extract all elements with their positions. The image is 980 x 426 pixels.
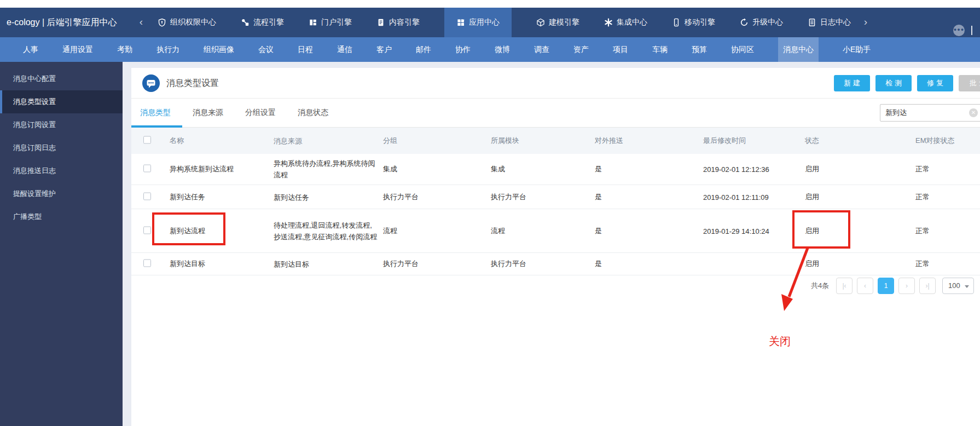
top-nav-item-integration-center[interactable]: 集成中心 — [604, 8, 647, 37]
more-ellipsis-icon[interactable]: ●●● — [953, 25, 965, 36]
table-row: 新到达流程 待处理流程,退回流程,转发流程,抄送流程,意见征询流程,传阅流程 流… — [131, 209, 980, 253]
row-checkbox[interactable] — [143, 260, 151, 267]
module-nav-item-communication[interactable]: 通信 — [337, 37, 352, 62]
cell-source: 异构系统待办流程,异构系统待阅流程 — [274, 158, 379, 181]
row-checkbox[interactable] — [143, 192, 151, 200]
module-nav-item-collaboration[interactable]: 协作 — [455, 37, 471, 62]
cell-module: 流程 — [491, 226, 505, 236]
sidebar-item-message-subscription-log[interactable]: 消息订阅日志 — [0, 136, 123, 159]
search-box: ✕ — [880, 104, 980, 122]
app-grid-icon — [456, 18, 465, 27]
pagination: 共4条 |‹ ‹ 1 › ›| 100 — [131, 278, 980, 294]
module-nav-item-schedule[interactable]: 日程 — [298, 37, 313, 62]
module-nav-item-xiaoe-assistant[interactable]: 小E助手 — [843, 37, 871, 62]
top-nav-item-content-engine[interactable]: 内容引擎 — [376, 8, 420, 37]
search-input[interactable] — [880, 104, 980, 122]
pagination-page-1-button[interactable]: 1 — [878, 278, 894, 294]
tab-message-type[interactable]: 消息类型 — [140, 108, 171, 118]
cell-em-status: 正常 — [915, 259, 930, 269]
repair-button[interactable]: 修复 — [917, 75, 953, 91]
cell-status: 启用 — [805, 192, 819, 202]
pagination-first-button[interactable]: |‹ — [836, 278, 853, 294]
sidebar-item-broadcast-type[interactable]: 广播类型 — [0, 205, 123, 228]
module-nav-item-weibo[interactable]: 微博 — [495, 37, 510, 62]
module-nav-item-execution[interactable]: 执行力 — [156, 37, 179, 62]
cell-source: 待处理流程,退回流程,转发流程,抄送流程,意见征询流程,传阅流程 — [274, 220, 379, 243]
module-nav-item-hr[interactable]: 人事 — [23, 37, 38, 62]
top-nav-item-upgrade-center[interactable]: 升级中心 — [740, 8, 783, 37]
module-nav-item-mail[interactable]: 邮件 — [416, 37, 431, 62]
top-nav: 组织权限中心 流程引擎 门户引擎 内容引擎 应用中心 建模引擎 — [158, 8, 851, 37]
module-nav-item-message-center[interactable]: 消息中心 — [778, 37, 819, 62]
select-all-checkbox[interactable] — [143, 136, 151, 144]
module-nav-item-meeting[interactable]: 会议 — [258, 37, 274, 62]
cell-module: 执行力平台 — [491, 192, 526, 202]
top-nav-item-app-center[interactable]: 应用中心 — [444, 8, 512, 37]
top-nav-item-portal-engine[interactable]: 门户引擎 — [309, 8, 352, 37]
sidebar-item-message-type-settings[interactable]: 消息类型设置 — [0, 90, 123, 113]
pagination-next-button[interactable]: › — [898, 278, 915, 294]
top-nav-item-workflow-engine[interactable]: 流程引擎 — [241, 8, 284, 37]
module-nav-item-budget[interactable]: 预算 — [692, 37, 707, 62]
tab-message-source[interactable]: 消息来源 — [193, 108, 223, 118]
cell-status: 启用 — [805, 226, 819, 236]
message-type-settings-card: 消息类型设置 新建 检测 修复 批量 消息类型 消息来源 分组设置 消息状态 ✕… — [131, 68, 980, 426]
table-row: 新到达目标 新到达目标 执行力平台 执行力平台 是 启用 正常 — [131, 253, 980, 275]
card-header: 消息类型设置 新建 检测 修复 批量 — [131, 68, 980, 99]
module-nav-item-survey[interactable]: 调查 — [534, 37, 549, 62]
module-nav-item-project[interactable]: 项目 — [613, 37, 628, 62]
module-nav-item-vehicle[interactable]: 车辆 — [652, 37, 668, 62]
column-header-push: 对外推送 — [595, 136, 623, 146]
cell-push: 是 — [595, 192, 602, 202]
cell-modified: 2019-01-29 14:10:24 — [703, 227, 769, 235]
cell-modified: 2019-02-01 12:12:36 — [703, 165, 769, 174]
pagination-last-button[interactable]: ›| — [919, 278, 936, 294]
row-checkbox[interactable] — [143, 226, 151, 234]
annotation-close-label: 关闭 — [769, 334, 791, 349]
clear-search-icon[interactable]: ✕ — [969, 108, 978, 117]
shield-icon — [158, 18, 166, 27]
cell-group: 执行力平台 — [383, 192, 419, 202]
pagination-prev-button[interactable]: ‹ — [857, 278, 873, 294]
nav-scroll-left-icon[interactable]: ‹ — [136, 8, 147, 37]
cell-group: 流程 — [383, 226, 397, 236]
table-row: 新到达任务 新到达任务 执行力平台 执行力平台 是 2019-02-01 12:… — [131, 185, 980, 209]
module-nav-item-general-settings[interactable]: 通用设置 — [62, 37, 93, 62]
top-nav-item-org-permission[interactable]: 组织权限中心 — [158, 8, 216, 37]
sidebar-item-message-push-log[interactable]: 消息推送日志 — [0, 159, 123, 182]
table-row: 异构系统新到达流程 异构系统待办流程,异构系统待阅流程 集成 集成 是 2019… — [131, 154, 980, 185]
sidebar-item-message-subscription-settings[interactable]: 消息订阅设置 — [0, 113, 123, 136]
module-nav-item-collab-zone[interactable]: 协同区 — [731, 37, 754, 62]
page-size-select[interactable]: 100 — [942, 278, 974, 294]
module-nav-item-customer[interactable]: 客户 — [376, 37, 392, 62]
cell-name: 新到达任务 — [170, 192, 205, 202]
top-nav-item-log-center[interactable]: 日志中心 — [808, 8, 851, 37]
row-checkbox[interactable] — [143, 165, 151, 172]
message-bubble-icon — [142, 74, 160, 94]
module-nav-item-attendance[interactable]: 考勤 — [117, 37, 132, 62]
cell-push: 是 — [595, 226, 602, 236]
total-count-label: 共4条 — [811, 278, 829, 294]
cell-status: 启用 — [805, 164, 819, 174]
tab-group-settings[interactable]: 分组设置 — [245, 108, 276, 118]
cell-group: 集成 — [383, 164, 397, 174]
create-button[interactable]: 新建 — [834, 75, 870, 91]
check-button[interactable]: 检测 — [875, 75, 912, 91]
sidebar-item-reminder-maintenance[interactable]: 提醒设置维护 — [0, 182, 123, 205]
top-nav-item-mobile-engine[interactable]: 移动引擎 — [672, 8, 715, 37]
module-nav-item-assets[interactable]: 资产 — [573, 37, 589, 62]
cell-group: 执行力平台 — [383, 259, 419, 269]
module-nav-item-org-profile[interactable]: 组织画像 — [204, 37, 234, 62]
tab-message-status[interactable]: 消息状态 — [298, 108, 328, 118]
cell-name: 新到达流程 — [170, 226, 205, 236]
nav-scroll-right-icon[interactable]: › — [860, 8, 871, 37]
column-header-em-status: EM对接状态 — [915, 136, 955, 146]
sidebar-item-message-center-config[interactable]: 消息中心配置 — [0, 67, 123, 90]
batch-button[interactable]: 批量 — [959, 75, 980, 91]
module-nav: 人事 通用设置 考勤 执行力 组织画像 会议 日程 通信 客户 邮件 协作 微博… — [0, 37, 980, 62]
top-nav-item-modeling-engine[interactable]: 建模引擎 — [536, 8, 579, 37]
column-header-status: 状态 — [805, 136, 819, 146]
cell-module: 集成 — [491, 164, 505, 174]
page-size-value: 100 — [948, 281, 960, 290]
cell-name: 新到达目标 — [170, 259, 205, 269]
